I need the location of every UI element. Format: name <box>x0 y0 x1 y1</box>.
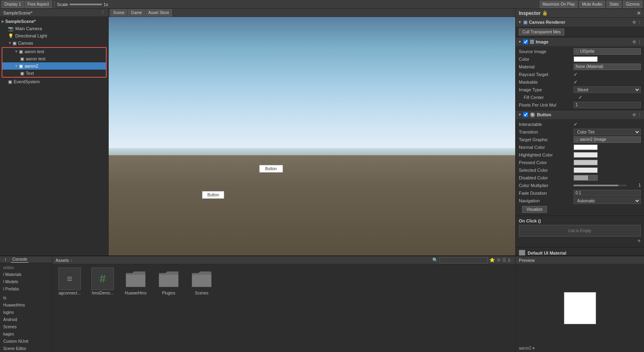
button-header[interactable]: ▼ 🔘 Button ⚙ ⋮ <box>516 110 644 119</box>
fav-item-packages[interactable]: kages <box>3 330 49 338</box>
favorites-icon[interactable]: ⭐ <box>489 257 495 263</box>
hierarchy-item-canvas[interactable]: ▼ ▣ Canvas <box>0 39 108 47</box>
normal-color-swatch[interactable] <box>574 144 598 150</box>
fav-item-ts[interactable]: ts <box>3 294 49 301</box>
canvas-renderer-header[interactable]: ▼ ▣ Canvas Renderer ⚙ ⋮ <box>516 18 644 27</box>
lock-icon[interactable]: 🔒 <box>542 10 548 16</box>
maximize-on-play-btn[interactable]: Maximize On Play <box>540 1 578 8</box>
assets-search-input[interactable] <box>440 257 488 263</box>
gizmos-btn[interactable]: Gizmos <box>623 1 642 8</box>
raycast-check-icon[interactable]: ✓ <box>574 72 578 77</box>
hierarchy-item-main-camera[interactable]: 📷 Main Camera <box>0 25 108 32</box>
hierarchy-scene-root[interactable]: ▶ SampleScene* <box>0 18 108 25</box>
highlighted-color-swatch[interactable] <box>574 152 598 158</box>
mute-audio-btn[interactable]: Mute Audio <box>579 1 605 8</box>
pixels-input[interactable] <box>574 102 641 108</box>
source-image-ref[interactable]: ⬡ UISprite <box>574 48 641 55</box>
fav-item-prefabs[interactable]: l Prefabs <box>3 285 49 292</box>
scene-tab[interactable]: Scene <box>110 9 127 16</box>
image-header[interactable]: ▼ 🖼 Image ⚙ ⋮ <box>516 37 644 46</box>
asset-store-tab[interactable]: Asset Store <box>146 9 172 16</box>
project-tab[interactable]: t <box>3 257 8 263</box>
material-title: Default UI Material <box>528 251 566 255</box>
light-icon: 💡 <box>8 33 14 39</box>
image-gear-icon[interactable]: ⚙ <box>632 40 636 44</box>
button-gear-icon[interactable]: ⚙ <box>632 113 636 117</box>
hierarchy-item-event-system[interactable]: ▣ EventSystem <box>0 78 108 85</box>
scene-button-2[interactable]: Button <box>202 191 224 199</box>
selected-color-swatch[interactable] <box>574 167 598 173</box>
fav-item-huawei[interactable]: HuaweiHms <box>3 301 49 309</box>
pressed-color-value <box>574 160 641 165</box>
hierarchy-item-aaron-test-2[interactable]: ▣ aaron test <box>2 55 106 62</box>
highlighted-color-label: Highlighted Color <box>519 152 571 157</box>
cull-transparent-btn[interactable]: Cull Transparent Mes <box>519 29 564 35</box>
fav-item-custom[interactable]: Custom NUnit <box>3 338 49 345</box>
fill-center-check-icon[interactable]: ✓ <box>578 95 582 100</box>
asset-item-huawei[interactable]: HuaweiHms <box>122 268 150 295</box>
canvas-renderer-menu-icon[interactable]: ⋮ <box>638 20 642 25</box>
preview-content: aaron2 ▾ <box>516 264 644 352</box>
source-image-label: Source Image <box>519 49 571 54</box>
hierarchy-item-text[interactable]: ▣ Text <box>2 70 106 77</box>
transition-dropdown[interactable]: Color Tint <box>574 129 641 135</box>
asset-item-scenes[interactable]: Scenes <box>188 268 216 295</box>
rect-icon-2: ▣ <box>20 56 24 62</box>
asset-item-agconnect[interactable]: ≡ agconnect... <box>56 268 84 295</box>
assets-icons-row: 🔍 ⭐ ⚙ ☰ 8 <box>432 257 510 263</box>
asset-item-plugins[interactable]: Plugins <box>155 268 183 295</box>
fav-item-scenes[interactable]: Scenes <box>3 323 49 330</box>
fav-item-materials[interactable]: l Materials <box>3 271 49 278</box>
display-dropdown[interactable]: Display 1 <box>2 1 24 8</box>
image-type-dropdown[interactable]: Sliced <box>574 86 641 93</box>
image-menu-icon[interactable]: ⋮ <box>638 40 642 44</box>
interactable-check-icon[interactable]: ✓ <box>574 121 578 127</box>
fav-item-models[interactable]: l Models <box>3 278 49 285</box>
image-body: Source Image ⬡ UISprite Color <box>516 46 644 110</box>
selected-color-label: Selected Color <box>519 168 571 173</box>
console-tab[interactable]: Console <box>11 256 29 263</box>
onclick-add-icon[interactable]: + <box>638 237 641 244</box>
scale-slider[interactable] <box>70 4 102 5</box>
button-enabled-checkbox[interactable] <box>523 112 528 117</box>
disabled-color-swatch[interactable] <box>574 175 598 181</box>
filter-icon[interactable]: ⚙ <box>497 257 501 263</box>
navigation-dropdown[interactable]: Automatic <box>574 198 641 204</box>
list-view-icon[interactable]: ☰ <box>502 257 506 263</box>
color-multiplier-slider[interactable] <box>574 185 626 186</box>
color-multiplier-label: Color Multiplier <box>519 183 571 188</box>
visualize-btn[interactable]: Visualize <box>522 206 547 213</box>
canvas-arrow-icon: ▼ <box>8 41 12 45</box>
assets-label[interactable]: Assets <box>56 258 69 263</box>
hierarchy-item-aaron2[interactable]: ▼ ▣ aaron2 <box>2 62 106 70</box>
asset-item-hmsdemo[interactable]: # hmsDemo... <box>89 268 117 295</box>
inspector-scroll[interactable]: ▼ ▣ Canvas Renderer ⚙ ⋮ Cull Transparent… <box>516 18 644 255</box>
fade-duration-input[interactable] <box>574 190 641 196</box>
aspect-dropdown[interactable]: Free Aspect <box>25 1 52 8</box>
image-enabled-checkbox[interactable] <box>523 39 528 44</box>
color-swatch[interactable] <box>574 56 598 62</box>
pressed-color-swatch[interactable] <box>574 160 598 165</box>
scene-view: Scene Game Asset Store Button Button <box>109 9 515 255</box>
canvas-renderer-gear-icon[interactable]: ⚙ <box>632 20 636 25</box>
hierarchy-item-aaron-test-1[interactable]: ▼ ▣ aaron test <box>2 48 106 55</box>
fav-item-plugins[interactable]: lugins <box>3 309 49 316</box>
scene-button-1[interactable]: Button <box>259 165 283 173</box>
hierarchy-menu-icon[interactable]: ⋮ <box>101 10 105 15</box>
scene-canvas[interactable]: Button Button <box>109 17 515 255</box>
close-icon[interactable]: ✕ <box>637 10 641 16</box>
button-menu-icon[interactable]: ⋮ <box>638 113 642 117</box>
hierarchy-item-directional-light[interactable]: 💡 Directional Light <box>0 32 108 39</box>
grid-size-icon[interactable]: 8 <box>508 258 510 263</box>
huawei-folder-icon <box>124 268 147 290</box>
fav-item-android[interactable]: Android <box>3 316 49 323</box>
button-expand-icon: ▼ <box>518 113 522 117</box>
material-ref[interactable]: None (Material) <box>574 64 641 70</box>
target-graphic-value: ⬡ aaron2 (Image <box>574 136 641 143</box>
fav-item-scene-editor[interactable]: Scene Editor <box>3 345 49 352</box>
stats-btn[interactable]: Stats <box>607 1 621 8</box>
target-graphic-ref[interactable]: ⬡ aaron2 (Image <box>574 136 641 143</box>
button-icon: 🔘 <box>530 112 535 117</box>
maskable-check-icon[interactable]: ✓ <box>574 79 578 85</box>
game-tab[interactable]: Game <box>128 9 144 16</box>
